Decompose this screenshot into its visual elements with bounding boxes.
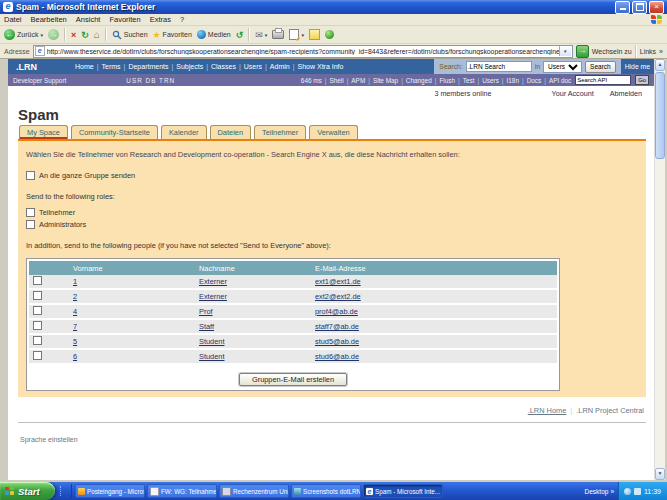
- row-checkbox[interactable]: [33, 276, 42, 285]
- nav-link[interactable]: Home: [75, 63, 94, 70]
- column-header-nachname[interactable]: Nachname: [195, 261, 311, 275]
- menu-item[interactable]: ?: [180, 15, 184, 24]
- dev-link[interactable]: 646 ms: [301, 77, 322, 84]
- desktop-toolbar[interactable]: Desktop »: [585, 482, 614, 500]
- row-link-vorname[interactable]: 7: [73, 322, 77, 331]
- home-button[interactable]: ⌂: [94, 30, 100, 40]
- task-button[interactable]: Posteingang - Micros...: [75, 484, 145, 498]
- mail-button[interactable]: ✉ ▾: [255, 30, 267, 40]
- menu-item[interactable]: Datei: [4, 15, 22, 24]
- column-header-vorname[interactable]: Vorname: [69, 261, 195, 275]
- language-link[interactable]: Sprache einstellen: [20, 436, 78, 443]
- row-link-nachname[interactable]: Student: [199, 352, 224, 361]
- media-button[interactable]: Medien: [197, 30, 231, 39]
- role-checkbox[interactable]: [26, 220, 35, 229]
- edit-dropdown-icon[interactable]: ▾: [301, 32, 304, 38]
- row-link-nachname[interactable]: Staff: [199, 322, 214, 331]
- task-button[interactable]: Screenshots dotLRN...: [291, 484, 361, 498]
- row-link-email[interactable]: staff7@ab.de: [315, 322, 359, 331]
- row-checkbox[interactable]: [33, 321, 42, 330]
- role-checkbox-row[interactable]: Administrators: [26, 220, 638, 229]
- nav-link[interactable]: Subjects: [176, 63, 203, 70]
- links-toolbar[interactable]: Links: [640, 48, 656, 55]
- menu-item[interactable]: Extras: [150, 15, 171, 24]
- dev-link[interactable]: Flush: [439, 77, 455, 84]
- edit-button[interactable]: ▾: [289, 29, 304, 40]
- mail-dropdown-icon[interactable]: ▾: [265, 32, 268, 38]
- tab-kalender[interactable]: Kalender: [161, 125, 207, 139]
- search-api-input[interactable]: [575, 75, 631, 85]
- dev-link[interactable]: APM: [351, 77, 365, 84]
- nav-link[interactable]: Departments: [128, 63, 168, 70]
- row-link-nachname[interactable]: Prof: [199, 307, 213, 316]
- create-group-email-button[interactable]: Gruppen-E-Mail erstellen: [239, 373, 347, 386]
- back-dropdown-icon[interactable]: ▾: [40, 32, 43, 38]
- send-all-checkbox[interactable]: [26, 171, 35, 180]
- row-checkbox[interactable]: [33, 291, 42, 300]
- links-chevron-icon[interactable]: »: [659, 48, 663, 55]
- dev-link[interactable]: I18n: [507, 77, 519, 84]
- minimize-button[interactable]: [615, 1, 630, 14]
- go-button[interactable]: Wechseln zu: [592, 48, 632, 55]
- your-account-link[interactable]: Your Account: [552, 89, 594, 98]
- hide-me-link[interactable]: Hide me: [625, 63, 650, 70]
- row-checkbox[interactable]: [33, 351, 42, 360]
- row-checkbox[interactable]: [33, 306, 42, 315]
- row-link-vorname[interactable]: 1: [73, 277, 77, 286]
- site-search-input[interactable]: [466, 61, 532, 72]
- tab-dateien[interactable]: Dateien: [210, 125, 251, 139]
- row-checkbox[interactable]: [33, 336, 42, 345]
- dev-link[interactable]: API doc: [549, 77, 571, 84]
- tab-verwalten[interactable]: Verwalten: [309, 125, 357, 139]
- stop-button[interactable]: ×: [71, 30, 76, 40]
- search-scope-select[interactable]: Users: [543, 61, 582, 73]
- address-dropdown-icon[interactable]: ▾: [559, 46, 571, 56]
- forward-button[interactable]: →: [48, 29, 59, 40]
- dev-link[interactable]: Test: [463, 77, 475, 84]
- favorites-button[interactable]: ★ Favoriten: [153, 30, 192, 40]
- print-button[interactable]: [272, 30, 284, 39]
- row-link-email[interactable]: prof4@ab.de: [315, 307, 358, 316]
- search-api-go-button[interactable]: Go: [635, 75, 649, 85]
- scroll-down-icon[interactable]: ▼: [655, 468, 665, 480]
- history-button[interactable]: ↺: [236, 30, 244, 40]
- tab-community-startseite[interactable]: Community-Startseite: [71, 125, 158, 139]
- role-checkbox-row[interactable]: Teilnehmer: [26, 208, 638, 217]
- menu-item[interactable]: Ansicht: [76, 15, 101, 24]
- footer-link[interactable]: .LRN Home: [528, 406, 567, 415]
- row-link-email[interactable]: stud6@ab.de: [315, 352, 359, 361]
- back-button[interactable]: ← Zurück ▾: [4, 29, 43, 40]
- column-header-email[interactable]: E-Mail-Adresse: [311, 261, 557, 275]
- tray-volume-icon[interactable]: [624, 488, 631, 495]
- nav-link[interactable]: Terms: [102, 63, 121, 70]
- task-button[interactable]: Rechenzentrum Uni K...: [219, 484, 289, 498]
- nav-link[interactable]: Classes: [211, 63, 236, 70]
- tray-network-icon[interactable]: [634, 488, 641, 495]
- nav-link[interactable]: Admin: [270, 63, 290, 70]
- address-input[interactable]: [47, 48, 559, 55]
- dev-link[interactable]: Site Map: [373, 77, 398, 84]
- task-button[interactable]: FW: WG: Teilnahme v...: [147, 484, 217, 498]
- role-checkbox[interactable]: [26, 208, 35, 217]
- row-link-nachname[interactable]: Student: [199, 337, 224, 346]
- footer-link[interactable]: .LRN Project Central: [576, 406, 644, 415]
- lrn-logo[interactable]: .LRN: [16, 62, 37, 72]
- row-link-email[interactable]: ext1@ext1.de: [315, 277, 361, 286]
- row-link-vorname[interactable]: 2: [73, 292, 77, 301]
- quick-launch-handle[interactable]: [60, 486, 64, 496]
- search-button[interactable]: Suchen: [112, 30, 148, 40]
- row-link-vorname[interactable]: 5: [73, 337, 77, 346]
- desktop-chevron-icon[interactable]: »: [610, 488, 614, 495]
- tab-my-space[interactable]: My Space: [19, 125, 68, 139]
- nav-link[interactable]: Show Xtra Info: [298, 63, 344, 70]
- row-link-email[interactable]: ext2@ext2.de: [315, 292, 361, 301]
- row-link-vorname[interactable]: 4: [73, 307, 77, 316]
- site-search-button[interactable]: Search: [585, 61, 616, 73]
- refresh-button[interactable]: ↻: [81, 30, 89, 40]
- row-link-nachname[interactable]: Externer: [199, 277, 227, 286]
- logout-link[interactable]: Abmelden: [610, 89, 642, 98]
- messenger-button[interactable]: [325, 30, 334, 39]
- dev-link[interactable]: Docs: [527, 77, 542, 84]
- scroll-up-icon[interactable]: ▲: [655, 59, 665, 71]
- discuss-button[interactable]: [309, 29, 320, 40]
